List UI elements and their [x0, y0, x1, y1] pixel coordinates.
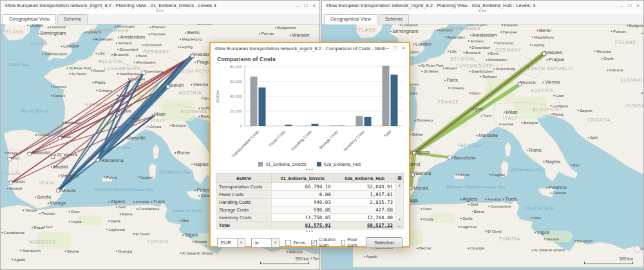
city-dot — [198, 116, 200, 117]
tab-geographical-view[interactable]: Geographical View — [324, 14, 377, 24]
minimize-button[interactable]: – — [296, 3, 299, 8]
period-select[interactable]: w ▼ — [251, 238, 279, 248]
city-dot — [468, 40, 469, 42]
minimize-button[interactable]: – — [386, 46, 388, 51]
column-header[interactable]: 01_ExIberia_Directs — [272, 174, 334, 183]
network-node-marker[interactable] — [518, 83, 522, 86]
network-node-marker[interactable] — [28, 152, 31, 156]
network-node-marker[interactable] — [96, 158, 99, 161]
currency-select[interactable]: EUR ▼ — [217, 238, 245, 248]
region-label: TUNISIA — [147, 239, 168, 244]
network-node-marker[interactable] — [61, 154, 64, 157]
city-dot — [51, 86, 52, 87]
splitter-handle[interactable]: ••• — [322, 10, 643, 14]
region-label: ITALY — [503, 116, 518, 120]
checkbox-row-sum[interactable]: Row Sum — [341, 237, 360, 248]
city-label: Munich — [168, 82, 184, 88]
city-dot — [486, 59, 487, 60]
city-dot — [578, 110, 579, 111]
network-node-marker[interactable] — [57, 189, 60, 192]
close-button[interactable]: × — [312, 3, 316, 8]
column-header[interactable]: EUR/w — [216, 174, 272, 183]
dialog-titlebar[interactable]: 4flow European transportation network_mg… — [211, 43, 409, 53]
maximize-button[interactable]: □ — [304, 3, 307, 8]
city-label: Düsseldorf — [120, 48, 138, 51]
table-row[interactable]: Fixed Costs0.001,917.81 — [216, 191, 404, 199]
tab-geographical-view[interactable]: Geographical View — [3, 14, 56, 24]
tab-scheme[interactable]: Scheme — [57, 14, 88, 24]
maximize-button[interactable]: □ — [628, 3, 631, 8]
table-menu-icon[interactable]: ▦ — [395, 174, 403, 183]
table-more-icon[interactable]: … — [395, 222, 403, 230]
splitter-handle[interactable]: ••• — [1, 10, 319, 14]
map-control-button[interactable] — [634, 246, 641, 253]
network-node-marker[interactable] — [9, 181, 12, 184]
city-dot — [364, 256, 365, 257]
dialog-splitter-handle[interactable]: ••• — [211, 230, 409, 235]
selection-button[interactable]: Selection — [366, 237, 402, 248]
city-dot — [542, 82, 544, 83]
city-dot — [532, 249, 533, 251]
city-dot — [180, 39, 181, 40]
city-dot — [95, 53, 97, 54]
dialog-heading: Comparison of Costs — [211, 53, 409, 63]
close-button[interactable]: × — [636, 3, 639, 8]
city-label: Bordeaux — [417, 118, 433, 122]
checkbox-zeros[interactable]: Zeros — [285, 240, 305, 246]
checkbox-box[interactable]: ✓ — [311, 240, 317, 246]
city-dot — [494, 42, 495, 44]
sea-label: Celtic Sea — [8, 62, 29, 68]
city-dot — [443, 68, 444, 69]
city-label: Algiers — [111, 199, 126, 204]
network-node-marker[interactable] — [191, 55, 194, 58]
network-node-marker[interactable] — [448, 156, 451, 159]
table-row[interactable]: Handling Costs440.032,835.73 — [216, 199, 404, 206]
city-label: Berlin — [187, 30, 200, 35]
city-label: Paris — [447, 77, 458, 83]
network-node-marker[interactable] — [543, 52, 546, 55]
city-label: Al Jabal Al Gharbi — [534, 248, 565, 252]
checkbox-column-sum[interactable]: ✓Column Sum — [311, 237, 336, 248]
table-row[interactable]: Inventory Costs13,750.8512,288.80 — [216, 214, 404, 222]
region-label: TUNISIA — [499, 237, 520, 241]
network-node-marker[interactable] — [8, 158, 11, 161]
column-header[interactable]: 02a_ExIberia_Hub — [334, 174, 395, 183]
city-dot — [198, 107, 200, 109]
city-dot — [198, 195, 200, 196]
city-label: Poznan — [613, 30, 626, 33]
scroll-down-arrow[interactable]: ▼ — [398, 217, 401, 221]
y-axis-title: EUR/w — [215, 90, 220, 103]
city-label: Laghouat — [460, 225, 477, 229]
network-node-marker[interactable] — [142, 71, 146, 74]
x-axis-label: Transportation Costs — [231, 129, 260, 158]
minimize-button[interactable]: – — [620, 3, 623, 8]
city-label: Al Jabal Al Gharbi — [182, 251, 213, 255]
city-dot — [136, 55, 137, 57]
scroll-up-arrow[interactable]: ▲ — [398, 183, 401, 187]
city-label: Bari — [573, 163, 580, 167]
table-row[interactable]: Transportation Costs66,794.1852,048.91▲▼ — [216, 183, 404, 191]
table-row[interactable]: Storage Costs590.86427.68 — [216, 206, 404, 214]
city-dot — [414, 120, 415, 121]
checkbox-box[interactable] — [285, 240, 291, 246]
map-scale-bar: 500 km — [260, 256, 309, 264]
table-scrollbar[interactable]: ▲▼ — [395, 183, 403, 222]
close-button[interactable]: × — [402, 46, 405, 51]
maximize-button[interactable]: □ — [393, 46, 397, 51]
tab-scheme[interactable]: Scheme — [379, 14, 410, 24]
network-node-marker[interactable] — [52, 155, 55, 158]
dialog-splitter-handle[interactable]: ••• — [211, 168, 409, 173]
city-label: Lille — [98, 51, 105, 55]
city-label: Madrid — [53, 164, 68, 170]
city-label: Misrata — [546, 237, 559, 241]
city-label: Marseille — [126, 135, 146, 141]
network-node-marker[interactable] — [59, 137, 62, 140]
city-dot — [149, 33, 150, 35]
network-node-marker[interactable] — [413, 151, 416, 154]
city-label: Bremen — [152, 25, 166, 29]
network-node-marker[interactable] — [166, 85, 169, 88]
checkbox-box[interactable] — [341, 240, 345, 246]
city-dot — [530, 44, 531, 46]
city-label: Bilbao — [412, 132, 423, 136]
network-node-marker[interactable] — [412, 173, 415, 176]
